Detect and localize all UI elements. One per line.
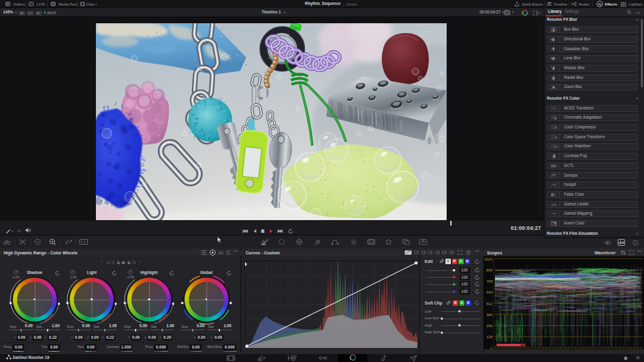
svg-text:768: 768 (486, 279, 493, 283)
svg-text:896: 896 (486, 268, 493, 272)
svg-text:fx: fx (598, 2, 602, 6)
svg-text:128: 128 (486, 335, 493, 339)
svg-text:DCTL: DCTL (551, 165, 557, 168)
svg-text:256: 256 (486, 324, 493, 328)
svg-text:640: 640 (486, 290, 493, 294)
svg-text:384: 384 (486, 313, 493, 317)
svg-text:512: 512 (486, 302, 493, 306)
svg-text:1023: 1023 (485, 257, 493, 261)
